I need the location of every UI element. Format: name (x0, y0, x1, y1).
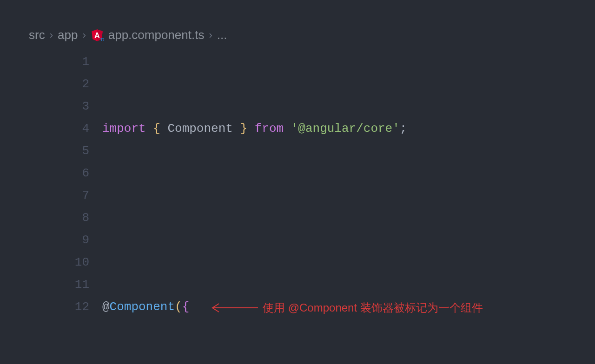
paren: ( (175, 300, 182, 314)
line-number: 1 (9, 51, 89, 73)
code-area[interactable]: 1 2 3 4 5 6 7 8 9 10 11 12 import { Comp… (9, 51, 586, 364)
line-number: 12 (9, 296, 89, 318)
line-number: 7 (9, 184, 89, 207)
line-number: 5 (9, 140, 89, 162)
semicolon: ; (400, 122, 407, 136)
string-package: '@angular/core' (291, 122, 400, 136)
keyword-import: import (102, 122, 146, 136)
svg-text:TS: TS (100, 37, 104, 41)
svg-text:A: A (94, 31, 100, 39)
line-number: 10 (9, 251, 89, 273)
code-editor: src › app › A TS app.component.ts › ... … (0, 0, 595, 364)
line-number: 9 (9, 229, 89, 251)
line-number: 2 (9, 73, 89, 95)
code-line[interactable]: @Component({ 使用 @Component 装饰器被标记为一个组件 (102, 296, 586, 318)
brace: } (240, 122, 248, 136)
brace: { (182, 300, 190, 314)
breadcrumb-item-src[interactable]: src (29, 28, 45, 42)
decorator-component: Component (110, 300, 175, 314)
breadcrumb-item-app[interactable]: app (58, 28, 78, 42)
angular-icon: A TS (91, 29, 104, 42)
brace: { (153, 122, 160, 136)
identifier-component: Component (167, 122, 232, 136)
annotation-text: 使用 @Component 装饰器被标记为一个组件 (263, 297, 483, 319)
code-content[interactable]: import { Component } from '@angular/core… (102, 51, 586, 364)
breadcrumb[interactable]: src › app › A TS app.component.ts › ... (9, 28, 586, 51)
keyword-from: from (255, 122, 284, 136)
breadcrumb-separator: › (50, 29, 53, 41)
breadcrumb-item-more[interactable]: ... (217, 28, 227, 42)
line-number: 6 (9, 162, 89, 184)
line-number: 4 (9, 117, 89, 140)
line-number: 8 (9, 207, 89, 229)
breadcrumb-separator: › (209, 29, 212, 41)
line-number: 3 (9, 95, 89, 117)
line-number: 11 (9, 273, 89, 296)
code-line[interactable] (102, 207, 586, 229)
annotation-callout: 使用 @Component 装饰器被标记为一个组件 (207, 297, 483, 319)
breadcrumb-item-file[interactable]: app.component.ts (108, 28, 205, 42)
arrow-left-icon (207, 299, 258, 317)
code-line[interactable]: import { Component } from '@angular/core… (102, 117, 586, 140)
decorator-at: @ (102, 300, 110, 314)
line-number-gutter: 1 2 3 4 5 6 7 8 9 10 11 12 (9, 51, 102, 364)
breadcrumb-separator: › (82, 29, 86, 41)
